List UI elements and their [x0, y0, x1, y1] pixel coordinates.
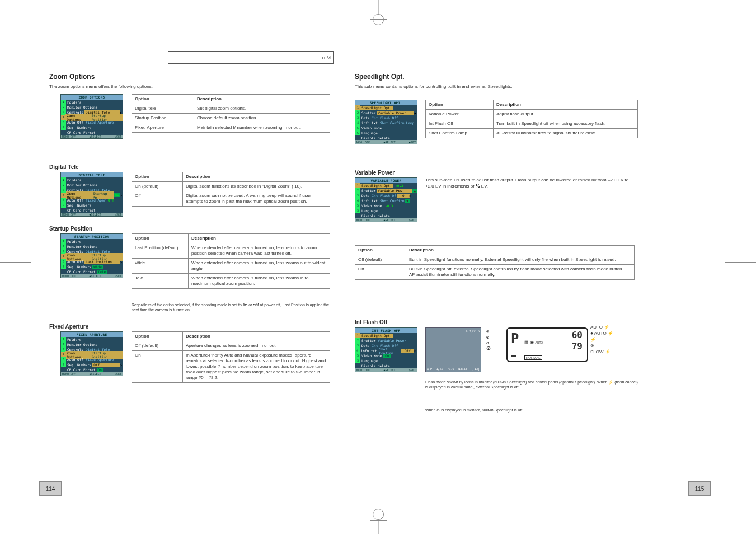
aperture-table: OptionDescription Off (default)Aperture …	[132, 331, 330, 383]
intflash-table: OptionDescription Off (default)Built-in …	[355, 245, 635, 280]
lcd-startup: STARTUP POSITION 1Folders 2Monitor Optio…	[60, 233, 123, 278]
lcd-varpower: VARIABLE POWER 1Speedlight Opt.+0.3 2Shu…	[355, 177, 417, 222]
aperture-heading: Fixed Aperture	[49, 324, 88, 330]
varpower-heading: Variable Power	[355, 170, 395, 176]
right-page-number: 115	[688, 481, 711, 496]
digital-tele-heading: Digital Tele	[49, 164, 79, 170]
monitor-display: ⊘ 1/2.5 ⊛ ⚙ ↺ ⦿ ◉ P 1/60 F3.6 N3343 [ 13…	[425, 327, 481, 372]
varpower-body: This sub-menu is used to adjust flash ou…	[425, 177, 638, 190]
startup-table: OptionDescription Last Position (default…	[132, 233, 330, 289]
crop-mark-right	[725, 266, 756, 268]
monitor-icon: ⚙	[486, 335, 491, 340]
monitor-icon: ⦿	[486, 346, 491, 351]
header-mode-box: ◘ M	[168, 51, 334, 64]
monitor-icon: ↺	[486, 340, 491, 345]
startup-heading: Startup Position	[49, 226, 92, 232]
disp-caption-1: Flash mode shown by icons in monitor (bu…	[425, 380, 638, 390]
crop-mark-bottom	[367, 506, 389, 534]
control-panel: P 60 79 ▦ ◉ AUTO NORMAL ▬	[506, 327, 588, 362]
monitor-icon: ⊛	[486, 329, 491, 334]
right-section-title: Speedlight Opt.	[355, 73, 405, 81]
lcd-speedlight: SPEEDLIGHT OPT. 1Speedlight Opt. 2Shutte…	[355, 100, 417, 144]
crop-mark-left	[0, 266, 31, 268]
zoom-options-table: OptionDescription Digital teleSet digita…	[132, 94, 330, 133]
speedlight-table: OptionDescription Variable PowerAdjust f…	[425, 100, 638, 138]
flash-mode-column: AUTO ⚡ ● AUTO ⚡ ⚡ ⊘ SLOW ⚡	[590, 325, 613, 354]
startup-footnote: Regardless of the option selected, if th…	[132, 302, 330, 312]
crop-mark-top	[367, 0, 389, 28]
lcd-digital-tele: DIGITAL TELE 1Folders 2Monitor Options 3…	[60, 172, 123, 217]
disp-caption-2: When ⊘ is displayed in monitor, built-in…	[425, 407, 638, 413]
right-intro: This sub-menu contains options for contr…	[355, 84, 635, 89]
header-mode-icons: ◘ M	[322, 55, 331, 60]
lcd-title: ZOOM OPTIONS	[61, 95, 123, 100]
lcd-aperture: FIXED APERTURE 1Folders 2Monitor Options…	[60, 331, 123, 376]
lcd-intflash: INT FLASH OFF 1Speedlight Opt. 2ShutterV…	[355, 327, 417, 372]
left-page-number: 114	[39, 481, 62, 496]
left-section-title: Zoom Options	[49, 73, 95, 81]
lcd-zoom-options: ZOOM OPTIONS 1Folders 2Monitor Options 3…	[60, 94, 123, 139]
left-intro: The zoom options menu offers the followi…	[49, 84, 329, 89]
intflash-heading: Int Flash Off	[355, 319, 387, 325]
digital-tele-table: OptionDescription On (default)Digital zo…	[132, 172, 330, 207]
